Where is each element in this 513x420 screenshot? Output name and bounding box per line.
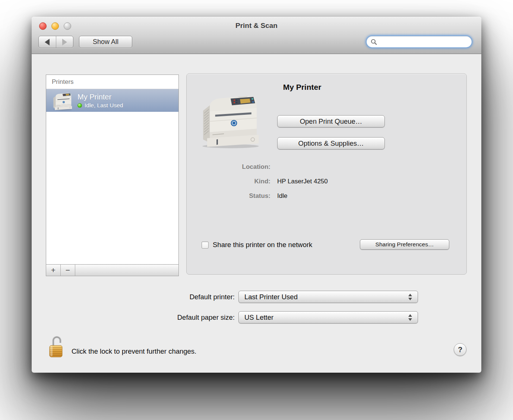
info-row-kind: Kind: HP LaserJet 4250	[187, 177, 466, 186]
nav-back-forward	[38, 36, 73, 48]
search-input[interactable]	[380, 38, 468, 45]
show-all-button[interactable]: Show All	[79, 36, 132, 48]
popup-arrows-icon	[408, 314, 412, 321]
unlocked-padlock-icon[interactable]	[48, 335, 65, 359]
forward-arrow-icon	[62, 39, 67, 45]
search-field[interactable]	[366, 35, 472, 48]
titlebar: Print & Scan Show All	[32, 17, 481, 54]
printer-status-text: Idle, Last Used	[85, 102, 123, 109]
add-printer-button[interactable]: +	[46, 265, 61, 276]
list-footer: + −	[46, 264, 178, 276]
print-scan-window: Print & Scan Show All Printers M	[32, 17, 481, 373]
printer-list-item[interactable]: My Printer Idle, Last Used	[46, 89, 178, 112]
printer-row-text: My Printer Idle, Last Used	[77, 92, 123, 109]
kind-value: HP LaserJet 4250	[277, 177, 328, 186]
search-icon	[371, 39, 377, 45]
printer-detail-panel: My Printer Open Print Queue… Options & S…	[186, 73, 467, 275]
printer-status-line: Idle, Last Used	[77, 102, 123, 109]
status-label: Status:	[187, 192, 270, 200]
info-row-location: Location:	[187, 162, 466, 171]
default-printer-value: Last Printer Used	[244, 293, 298, 301]
share-printer-checkbox[interactable]	[202, 241, 209, 249]
back-button[interactable]	[39, 36, 56, 48]
default-printer-label: Default printer:	[143, 293, 235, 301]
printer-info: Location: Kind: HP LaserJet 4250 Status:…	[187, 162, 466, 206]
popup-arrows-icon	[408, 294, 412, 300]
page-title: Print & Scan	[32, 22, 481, 30]
printer-image	[197, 88, 264, 149]
open-print-queue-button[interactable]: Open Print Queue…	[277, 115, 385, 127]
default-paper-label: Default paper size:	[143, 313, 235, 322]
lock-hint-text: Click the lock to prevent further change…	[72, 347, 196, 356]
sharing-preferences-button[interactable]: Sharing Preferences…	[360, 239, 449, 250]
help-button[interactable]: ?	[454, 343, 466, 356]
remove-printer-button[interactable]: −	[61, 265, 75, 276]
share-printer-row: Share this printer on the network	[202, 241, 312, 249]
default-paper-value: US Letter	[244, 313, 273, 322]
default-printer-popup[interactable]: Last Printer Used	[238, 291, 418, 303]
printers-list: Printers My Printer Idle, Last Used + −	[46, 75, 179, 276]
default-paper-popup[interactable]: US Letter	[238, 311, 418, 323]
back-arrow-icon	[45, 39, 50, 45]
forward-button[interactable]	[56, 36, 73, 48]
detail-printer-title: My Printer	[254, 83, 351, 92]
status-value: Idle	[277, 192, 287, 200]
printer-name: My Printer	[77, 92, 123, 102]
status-green-dot-icon	[77, 103, 82, 108]
options-supplies-button[interactable]: Options & Supplies…	[277, 137, 385, 149]
location-label: Location:	[187, 162, 270, 171]
printer-thumbnail-icon	[48, 91, 77, 111]
printers-list-header: Printers	[46, 75, 178, 89]
share-printer-label: Share this printer on the network	[213, 241, 312, 249]
info-row-status: Status: Idle	[187, 192, 466, 200]
kind-label: Kind:	[187, 177, 270, 186]
